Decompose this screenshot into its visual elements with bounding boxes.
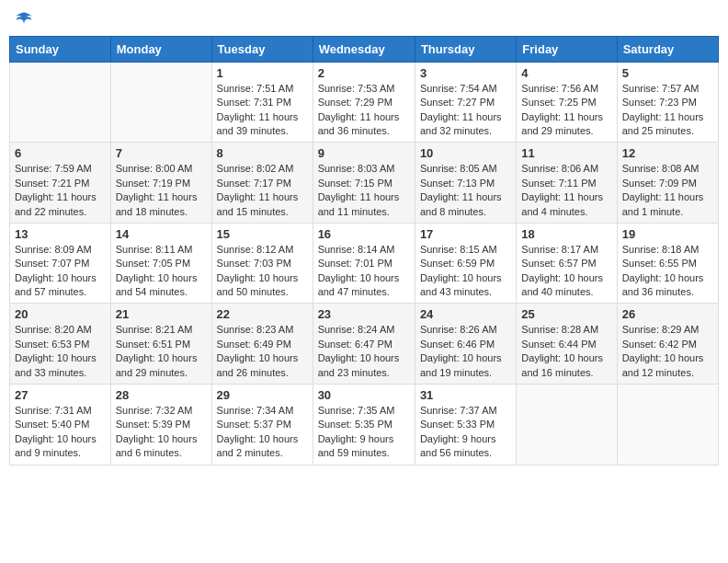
calendar-cell: 25Sunrise: 8:28 AM Sunset: 6:44 PM Dayli… xyxy=(517,304,617,385)
day-number: 19 xyxy=(622,227,713,241)
day-info: Sunrise: 8:28 AM Sunset: 6:44 PM Dayligh… xyxy=(521,323,611,380)
day-number: 9 xyxy=(318,146,410,160)
calendar-week-row: 13Sunrise: 8:09 AM Sunset: 7:07 PM Dayli… xyxy=(10,223,719,304)
day-number: 11 xyxy=(521,146,611,160)
day-number: 21 xyxy=(116,307,207,321)
day-number: 23 xyxy=(318,307,410,321)
weekday-header-monday: Monday xyxy=(110,36,211,62)
calendar-cell: 11Sunrise: 8:06 AM Sunset: 7:11 PM Dayli… xyxy=(517,143,617,224)
day-info: Sunrise: 7:54 AM Sunset: 7:27 PM Dayligh… xyxy=(420,82,511,139)
day-info: Sunrise: 8:23 AM Sunset: 6:49 PM Dayligh… xyxy=(217,323,308,380)
calendar-cell: 23Sunrise: 8:24 AM Sunset: 6:47 PM Dayli… xyxy=(313,304,415,385)
day-info: Sunrise: 8:12 AM Sunset: 7:03 PM Dayligh… xyxy=(217,243,308,300)
day-info: Sunrise: 7:32 AM Sunset: 5:39 PM Dayligh… xyxy=(116,404,207,461)
day-number: 1 xyxy=(217,66,308,80)
calendar-cell: 20Sunrise: 8:20 AM Sunset: 6:53 PM Dayli… xyxy=(10,304,111,385)
calendar-cell: 19Sunrise: 8:18 AM Sunset: 6:55 PM Dayli… xyxy=(617,223,718,304)
weekday-header-thursday: Thursday xyxy=(415,36,516,62)
day-info: Sunrise: 7:53 AM Sunset: 7:29 PM Dayligh… xyxy=(318,82,410,139)
day-number: 30 xyxy=(318,388,410,402)
day-info: Sunrise: 8:29 AM Sunset: 6:42 PM Dayligh… xyxy=(622,323,713,380)
day-info: Sunrise: 7:56 AM Sunset: 7:25 PM Dayligh… xyxy=(521,82,611,139)
day-number: 27 xyxy=(15,388,106,402)
day-info: Sunrise: 8:24 AM Sunset: 6:47 PM Dayligh… xyxy=(318,323,410,380)
day-info: Sunrise: 8:14 AM Sunset: 7:01 PM Dayligh… xyxy=(318,243,410,300)
calendar-cell: 5Sunrise: 7:57 AM Sunset: 7:23 PM Daylig… xyxy=(617,62,718,143)
calendar-cell xyxy=(110,62,211,143)
calendar-week-row: 20Sunrise: 8:20 AM Sunset: 6:53 PM Dayli… xyxy=(10,304,719,385)
calendar-cell: 1Sunrise: 7:51 AM Sunset: 7:31 PM Daylig… xyxy=(211,62,313,143)
day-info: Sunrise: 8:08 AM Sunset: 7:09 PM Dayligh… xyxy=(622,162,713,219)
calendar-cell: 31Sunrise: 7:37 AM Sunset: 5:33 PM Dayli… xyxy=(415,385,516,465)
calendar-cell: 22Sunrise: 8:23 AM Sunset: 6:49 PM Dayli… xyxy=(211,304,313,385)
day-info: Sunrise: 7:37 AM Sunset: 5:33 PM Dayligh… xyxy=(420,404,511,461)
day-info: Sunrise: 8:02 AM Sunset: 7:17 PM Dayligh… xyxy=(217,162,308,219)
day-number: 4 xyxy=(521,66,611,80)
day-info: Sunrise: 8:21 AM Sunset: 6:51 PM Dayligh… xyxy=(116,323,207,380)
calendar-cell: 18Sunrise: 8:17 AM Sunset: 6:57 PM Dayli… xyxy=(517,223,617,304)
weekday-header-saturday: Saturday xyxy=(617,36,718,62)
day-info: Sunrise: 8:17 AM Sunset: 6:57 PM Dayligh… xyxy=(521,243,611,300)
day-info: Sunrise: 8:11 AM Sunset: 7:05 PM Dayligh… xyxy=(116,243,207,300)
day-number: 24 xyxy=(420,307,511,321)
day-info: Sunrise: 7:57 AM Sunset: 7:23 PM Dayligh… xyxy=(622,82,713,139)
day-number: 15 xyxy=(217,227,308,241)
day-info: Sunrise: 8:06 AM Sunset: 7:11 PM Dayligh… xyxy=(521,162,611,219)
day-number: 18 xyxy=(521,227,611,241)
day-number: 3 xyxy=(420,66,511,80)
calendar-cell xyxy=(517,385,617,465)
calendar-table: SundayMondayTuesdayWednesdayThursdayFrid… xyxy=(9,36,719,465)
calendar-cell: 16Sunrise: 8:14 AM Sunset: 7:01 PM Dayli… xyxy=(313,223,415,304)
calendar-cell: 29Sunrise: 7:34 AM Sunset: 5:37 PM Dayli… xyxy=(211,385,313,465)
calendar-cell: 8Sunrise: 8:02 AM Sunset: 7:17 PM Daylig… xyxy=(211,143,313,224)
calendar-cell: 27Sunrise: 7:31 AM Sunset: 5:40 PM Dayli… xyxy=(10,385,111,465)
day-info: Sunrise: 7:34 AM Sunset: 5:37 PM Dayligh… xyxy=(217,404,308,461)
day-number: 25 xyxy=(521,307,611,321)
day-number: 29 xyxy=(217,388,308,402)
calendar-cell: 28Sunrise: 7:32 AM Sunset: 5:39 PM Dayli… xyxy=(110,385,211,465)
calendar-cell: 10Sunrise: 8:05 AM Sunset: 7:13 PM Dayli… xyxy=(415,143,516,224)
day-number: 13 xyxy=(15,227,106,241)
calendar-cell xyxy=(617,385,718,465)
day-number: 31 xyxy=(420,388,511,402)
calendar-cell: 2Sunrise: 7:53 AM Sunset: 7:29 PM Daylig… xyxy=(313,62,415,143)
day-info: Sunrise: 8:20 AM Sunset: 6:53 PM Dayligh… xyxy=(15,323,106,380)
calendar-cell: 4Sunrise: 7:56 AM Sunset: 7:25 PM Daylig… xyxy=(517,62,617,143)
page-header xyxy=(9,9,719,29)
day-number: 17 xyxy=(420,227,511,241)
calendar-cell: 21Sunrise: 8:21 AM Sunset: 6:51 PM Dayli… xyxy=(110,304,211,385)
weekday-header-row: SundayMondayTuesdayWednesdayThursdayFrid… xyxy=(10,36,719,62)
day-number: 22 xyxy=(217,307,308,321)
day-info: Sunrise: 8:03 AM Sunset: 7:15 PM Dayligh… xyxy=(318,162,410,219)
calendar-cell: 24Sunrise: 8:26 AM Sunset: 6:46 PM Dayli… xyxy=(415,304,516,385)
calendar-cell: 30Sunrise: 7:35 AM Sunset: 5:35 PM Dayli… xyxy=(313,385,415,465)
calendar-cell: 12Sunrise: 8:08 AM Sunset: 7:09 PM Dayli… xyxy=(617,143,718,224)
day-number: 2 xyxy=(318,66,410,80)
calendar-week-row: 1Sunrise: 7:51 AM Sunset: 7:31 PM Daylig… xyxy=(10,62,719,143)
day-info: Sunrise: 7:31 AM Sunset: 5:40 PM Dayligh… xyxy=(15,404,106,461)
day-number: 14 xyxy=(116,227,207,241)
day-number: 12 xyxy=(622,146,713,160)
day-info: Sunrise: 8:15 AM Sunset: 6:59 PM Dayligh… xyxy=(420,243,511,300)
weekday-header-tuesday: Tuesday xyxy=(211,36,313,62)
day-info: Sunrise: 8:18 AM Sunset: 6:55 PM Dayligh… xyxy=(622,243,713,300)
calendar-cell xyxy=(10,62,111,143)
day-number: 20 xyxy=(15,307,106,321)
day-info: Sunrise: 8:26 AM Sunset: 6:46 PM Dayligh… xyxy=(420,323,511,380)
day-number: 6 xyxy=(15,146,106,160)
weekday-header-wednesday: Wednesday xyxy=(313,36,415,62)
day-number: 5 xyxy=(622,66,713,80)
day-number: 8 xyxy=(217,146,308,160)
calendar-cell: 9Sunrise: 8:03 AM Sunset: 7:15 PM Daylig… xyxy=(313,143,415,224)
day-info: Sunrise: 8:00 AM Sunset: 7:19 PM Dayligh… xyxy=(116,162,207,219)
logo-bird-icon xyxy=(15,10,33,29)
calendar-cell: 6Sunrise: 7:59 AM Sunset: 7:21 PM Daylig… xyxy=(10,143,111,224)
day-info: Sunrise: 7:35 AM Sunset: 5:35 PM Dayligh… xyxy=(318,404,410,461)
calendar-cell: 13Sunrise: 8:09 AM Sunset: 7:07 PM Dayli… xyxy=(10,223,111,304)
calendar-cell: 14Sunrise: 8:11 AM Sunset: 7:05 PM Dayli… xyxy=(110,223,211,304)
calendar-week-row: 27Sunrise: 7:31 AM Sunset: 5:40 PM Dayli… xyxy=(10,385,719,465)
calendar-cell: 3Sunrise: 7:54 AM Sunset: 7:27 PM Daylig… xyxy=(415,62,516,143)
calendar-cell: 26Sunrise: 8:29 AM Sunset: 6:42 PM Dayli… xyxy=(617,304,718,385)
calendar-cell: 7Sunrise: 8:00 AM Sunset: 7:19 PM Daylig… xyxy=(110,143,211,224)
day-number: 7 xyxy=(116,146,207,160)
